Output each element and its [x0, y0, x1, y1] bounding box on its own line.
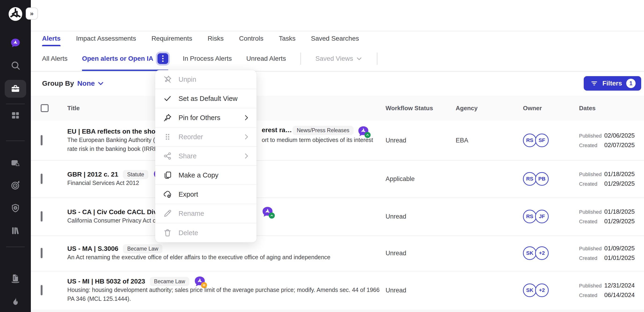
- owner-cell: SK+2: [523, 284, 549, 297]
- divider: [300, 52, 301, 65]
- title-cell: US - MI | HB 5032 of 2023Became LawHousi…: [67, 276, 381, 304]
- owner-cell: RSJF: [523, 210, 549, 223]
- filters-count-badge: 1: [626, 79, 636, 88]
- date-value: 02/06/2025: [604, 132, 635, 139]
- tab-impact-assessments[interactable]: Impact Assessments: [76, 31, 136, 46]
- sidebar-item-dashboard-icon[interactable]: [10, 110, 20, 120]
- menu-item-export[interactable]: Export: [155, 185, 256, 204]
- menu-item-reorder: Reorder: [155, 127, 256, 147]
- table-row: GBR | 2012 c. 21StatuteFinancial Service…: [31, 160, 644, 198]
- workflow-status-cell: Unread: [386, 250, 406, 257]
- alert-title-link[interactable]: EU | EBA reflects on the short: [67, 128, 160, 135]
- row-checkbox[interactable]: [41, 174, 42, 184]
- menu-item-set-as-default-view[interactable]: Set as Default View: [155, 89, 256, 108]
- date-label: Created: [579, 219, 604, 225]
- select-all-checkbox[interactable]: [41, 104, 48, 112]
- copy-icon: [163, 171, 172, 180]
- row-checkbox[interactable]: [41, 248, 42, 258]
- view-tab-in-process-alerts[interactable]: In Process Alerts: [183, 46, 232, 71]
- owner-avatar: SF: [535, 134, 549, 147]
- owner-cell: RSSF: [523, 134, 549, 147]
- filters-label: Filters: [602, 80, 622, 87]
- row-select-cell: [41, 175, 42, 183]
- menu-item-make-a-copy[interactable]: Make a Copy: [155, 166, 256, 185]
- group-by-label: Group By: [42, 79, 74, 87]
- alert-title-link[interactable]: US - CA | Civ Code CACL Divis: [67, 208, 163, 216]
- tab-controls[interactable]: Controls: [239, 31, 263, 46]
- sidebar-item-briefcase-icon[interactable]: [5, 80, 26, 98]
- alert-title-continued: erest ra…: [262, 126, 292, 134]
- sidebar-item-library-icon[interactable]: [10, 226, 20, 236]
- view-tab-open-alerts-or-open-ia[interactable]: Open alerts or Open IA: [82, 46, 168, 71]
- owner-avatar: SK: [523, 284, 536, 297]
- pin-off-icon: [163, 75, 172, 84]
- sidebar-expand-button[interactable]: »: [26, 7, 38, 20]
- alert-description-line: PA 346 (MCL 125.1444).: [67, 296, 381, 304]
- saved-views-dropdown[interactable]: Saved Views: [316, 55, 362, 62]
- sidebar-item-assistant-chat-icon[interactable]: [10, 38, 20, 48]
- menu-item-label: Reorder: [178, 133, 236, 141]
- menu-item-rename: Rename: [155, 204, 256, 223]
- row-checkbox[interactable]: [41, 285, 42, 296]
- row-checkbox[interactable]: [41, 211, 42, 222]
- owner-cell: RSPB: [523, 172, 549, 186]
- dates-cell: Published12/31/2024Created06/14/2024: [579, 282, 635, 299]
- menu-item-share: Share: [155, 147, 256, 166]
- tab-requirements[interactable]: Requirements: [152, 31, 192, 46]
- dates-cell: Published01/09/2025Created01/01/2025: [579, 245, 635, 262]
- filters-button[interactable]: Filters 1: [584, 76, 641, 91]
- saved-views-label: Saved Views: [316, 55, 353, 62]
- view-tab-label: In Process Alerts: [183, 55, 232, 62]
- pin-icon: [163, 113, 172, 122]
- table-footer-strip: [31, 310, 644, 312]
- date-value: 12/31/2024: [604, 282, 635, 289]
- sidebar-item-search-icon[interactable]: [10, 60, 20, 70]
- view-tab-label: All Alerts: [42, 55, 68, 62]
- date-label: Published: [579, 283, 604, 289]
- view-tab-unread-alerts[interactable]: Unread Alerts: [246, 46, 286, 71]
- tab-risks[interactable]: Risks: [208, 31, 224, 46]
- owner-avatar: +2: [535, 246, 549, 260]
- view-tab-all-alerts[interactable]: All Alerts: [42, 46, 68, 71]
- sidebar: [0, 0, 31, 312]
- row-checkbox[interactable]: [41, 135, 42, 145]
- divider: [377, 52, 378, 65]
- column-agency: Agency: [456, 96, 478, 120]
- date-value: 01/18/2025: [604, 170, 635, 178]
- date-label: Created: [579, 292, 604, 299]
- row-select-cell: [41, 212, 42, 221]
- alert-title-link[interactable]: GBR | 2012 c. 21: [67, 171, 118, 178]
- menu-item-pin-for-others[interactable]: Pin for Others: [155, 108, 256, 127]
- top-bar: [31, 0, 644, 31]
- date-label: Published: [579, 246, 604, 252]
- tab-tasks[interactable]: Tasks: [279, 31, 296, 46]
- group-by-value-dropdown[interactable]: None: [77, 79, 104, 87]
- owner-avatar: +2: [535, 284, 549, 297]
- source-bubble-icon: [358, 125, 369, 137]
- tab-alerts[interactable]: Alerts: [42, 31, 60, 46]
- app-screen: » My Work > Alerts 9+ RS AlertsImpact As…: [0, 0, 644, 312]
- date-label: Created: [579, 181, 604, 187]
- workflow-status-cell: Unread: [386, 137, 406, 144]
- sidebar-item-shield-globe-icon[interactable]: [10, 203, 20, 213]
- sidebar-item-document-scan-icon[interactable]: [10, 273, 20, 284]
- owner-cell: SK+2: [523, 246, 549, 260]
- menu-item-label: Make a Copy: [178, 171, 250, 179]
- date-value: 01/01/2025: [604, 254, 635, 262]
- sidebar-item-alerts-inbox-icon[interactable]: [10, 158, 20, 168]
- view-options-kebab-button[interactable]: [158, 53, 168, 64]
- tab-saved-searches[interactable]: Saved Searches: [311, 31, 359, 46]
- table-row: US - CA | Civ Code CACL DivisCalifornia …: [31, 198, 644, 236]
- dates-cell: Published01/18/2025Created01/29/2025: [579, 208, 635, 225]
- menu-item-label: Share: [178, 152, 236, 160]
- menu-item-label: Set as Default View: [178, 95, 250, 102]
- filter-icon: [590, 79, 598, 87]
- alert-title-link[interactable]: US - MA | S.3006: [67, 245, 118, 253]
- sidebar-item-target-icon[interactable]: [10, 180, 20, 191]
- view-tab-label: Open alerts or Open IA: [82, 55, 153, 62]
- table-row: US - MA | S.3006Became LawAn Act renamin…: [31, 235, 644, 271]
- alert-type-tag: Became Law: [123, 244, 162, 253]
- alert-title-link[interactable]: US - MI | HB 5032 of 2023: [67, 278, 145, 285]
- owner-avatar: RS: [523, 210, 536, 223]
- sidebar-item-flame-icon[interactable]: [10, 296, 20, 307]
